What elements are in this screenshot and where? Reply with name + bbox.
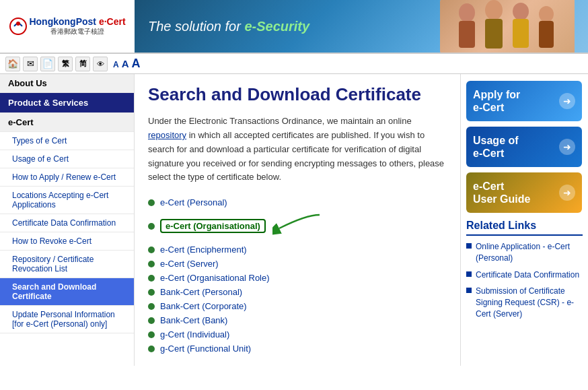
mail-icon[interactable]: ✉ <box>23 57 38 71</box>
font-small-button[interactable]: A <box>113 60 119 69</box>
cert-bank-corporate-link[interactable]: Bank-Cert (Corporate) <box>160 301 247 311</box>
cert-bank-personal-link[interactable]: Bank-Cert (Personal) <box>160 287 242 297</box>
repository-link[interactable]: repository <box>148 130 186 140</box>
font-large-button[interactable]: A <box>132 57 141 71</box>
svg-point-6 <box>513 3 529 20</box>
accessibility-icon[interactable]: 👁 <box>93 57 108 71</box>
usage-ecert-card[interactable]: Usage of e-Cert ➜ <box>466 127 582 167</box>
cert-gcert-functional-link[interactable]: g-Cert (Functional Unit) <box>160 344 251 354</box>
related-link-bullet <box>466 271 472 277</box>
related-links-header: Related Links <box>466 220 583 236</box>
list-bullet <box>148 317 155 324</box>
related-link-online-app[interactable]: Online Application - e-Cert (Personal) <box>466 241 583 264</box>
sidebar-item-types-ecert[interactable]: Types of e Cert <box>0 132 134 150</box>
logo-icon <box>9 17 28 36</box>
cert-gcert-individual-link[interactable]: g-Cert (Individual) <box>160 329 229 339</box>
banner-tagline: The solution for e-Security <box>148 19 309 34</box>
list-bullet <box>148 199 155 206</box>
sidebar-item-ecert[interactable]: e-Cert <box>0 113 134 132</box>
cert-org-role-link[interactable]: e-Cert (Organisational Role) <box>160 273 270 283</box>
sidebar-item-usage-ecert[interactable]: Usage of e Cert <box>0 150 134 168</box>
related-link-text-cert-data[interactable]: Certificate Data Confirmation <box>476 269 579 281</box>
svg-point-2 <box>459 3 475 22</box>
logo-chinese: 香港郵政電子核證 <box>29 27 125 36</box>
cert-server-link[interactable]: e-Cert (Server) <box>160 259 219 269</box>
list-item: Bank-Cert (Bank) <box>148 313 447 327</box>
user-guide-card[interactable]: e-Cert User Guide ➜ <box>466 172 582 213</box>
banner-people <box>440 0 575 53</box>
sidebar-item-search-download[interactable]: Search and Download Certificate <box>0 278 134 306</box>
apply-ecert-arrow: ➜ <box>559 93 575 109</box>
list-item: g-Cert (Individual) <box>148 327 447 342</box>
svg-point-0 <box>10 18 26 34</box>
simp-chinese-icon[interactable]: 简 <box>75 57 90 71</box>
user-guide-text: e-Cert User Guide <box>473 180 530 205</box>
page-title: Search and Download Certificate <box>148 84 447 105</box>
home-icon[interactable]: 🏠 <box>5 57 20 71</box>
content-description: Under the Electronic Transactions Ordina… <box>148 115 447 185</box>
people-decoration <box>440 0 575 53</box>
cert-bank-bank-link[interactable]: Bank-Cert (Bank) <box>160 315 227 325</box>
sitemap-icon[interactable]: 📄 <box>40 57 55 71</box>
logo-area: HongkongPost e·Cert 香港郵政電子核證 <box>0 0 135 53</box>
sidebar: About Us Product & Services e-Cert Types… <box>0 74 135 366</box>
header-banner: The solution for e-Security <box>135 0 588 53</box>
font-size-controls: A A A <box>113 57 141 71</box>
list-bullet <box>148 303 155 310</box>
sidebar-item-repository[interactable]: Repository / Certificate Revocation List <box>0 251 134 278</box>
list-item: e-Cert (Server) <box>148 257 447 271</box>
related-link-submission-csr[interactable]: Submission of Certificate Signing Reques… <box>466 286 583 319</box>
sidebar-item-locations[interactable]: Locations Accepting e-Cert Applications <box>0 187 134 214</box>
toolbar: 🏠 ✉ 📄 繁 简 👁 A A A <box>0 54 588 74</box>
sidebar-item-revoke[interactable]: How to Revoke e-Cert <box>0 232 134 251</box>
svg-point-4 <box>485 0 503 20</box>
apply-ecert-card[interactable]: Apply for e-Cert ➜ <box>466 81 582 121</box>
related-link-text-submission-csr[interactable]: Submission of Certificate Signing Reques… <box>476 286 583 319</box>
related-link-text-online-app[interactable]: Online Application - e-Cert (Personal) <box>476 241 583 264</box>
related-link-cert-data[interactable]: Certificate Data Confirmation <box>466 269 583 281</box>
arrow-svg <box>272 212 326 238</box>
svg-rect-5 <box>485 19 503 48</box>
related-link-bullet <box>466 288 472 293</box>
list-bullet <box>148 261 155 267</box>
sidebar-item-about-us[interactable]: About Us <box>0 74 134 93</box>
cert-highlighted-box: e-Cert (Organisational) <box>160 219 266 233</box>
logo-text: HongkongPost e·Cert 香港郵政電子核證 <box>9 16 125 36</box>
list-item: g-Cert (Functional Unit) <box>148 342 447 356</box>
svg-point-8 <box>539 6 554 22</box>
list-bullet <box>148 289 155 296</box>
header: HongkongPost e·Cert 香港郵政電子核證 The solutio… <box>0 0 588 54</box>
sidebar-item-how-to-apply[interactable]: How to Apply / Renew e-Cert <box>0 168 134 187</box>
cert-type-list: e-Cert (Personal) e-Cert (Organisational… <box>148 195 447 356</box>
main-layout: About Us Product & Services e-Cert Types… <box>0 74 588 366</box>
list-item: e-Cert (Personal) <box>148 195 447 209</box>
list-bullet <box>148 346 155 352</box>
cert-encipherment-link[interactable]: e-Cert (Encipherment) <box>160 245 247 255</box>
apply-ecert-text: Apply for e-Cert <box>473 88 520 114</box>
arrow-annotation <box>272 212 326 240</box>
sidebar-item-cert-data[interactable]: Certificate Data Confirmation <box>0 214 134 232</box>
list-bullet <box>148 247 155 253</box>
right-panel: Apply for e-Cert ➜ Usage of e-Cert ➜ e-C… <box>460 74 588 366</box>
font-med-button[interactable]: A <box>122 58 129 69</box>
svg-rect-7 <box>513 19 529 48</box>
usage-ecert-text: Usage of e-Cert <box>473 134 519 160</box>
cert-organisational-link[interactable]: e-Cert (Organisational) <box>166 221 260 231</box>
user-guide-arrow: ➜ <box>559 185 575 201</box>
cert-personal-link[interactable]: e-Cert (Personal) <box>160 197 227 207</box>
sidebar-item-update-personal[interactable]: Update Personal Information [for e-Cert … <box>0 306 134 333</box>
related-link-bullet <box>466 243 472 249</box>
trad-chinese-icon[interactable]: 繁 <box>58 57 73 71</box>
content-area: Search and Download Certificate Under th… <box>135 74 460 366</box>
cert-organisational-wrapper: e-Cert (Organisational) <box>160 212 326 240</box>
people-svg <box>440 0 575 53</box>
logo-brand: HongkongPost e·Cert <box>29 16 125 27</box>
list-item: Bank-Cert (Personal) <box>148 285 447 299</box>
usage-ecert-arrow: ➜ <box>559 139 575 155</box>
list-item: e-Cert (Organisational Role) <box>148 271 447 285</box>
list-bullet <box>148 223 155 230</box>
svg-rect-3 <box>459 21 475 48</box>
list-item: e-Cert (Organisational) <box>148 209 447 242</box>
svg-rect-9 <box>539 21 554 48</box>
sidebar-item-product-services: Product & Services <box>0 93 134 113</box>
